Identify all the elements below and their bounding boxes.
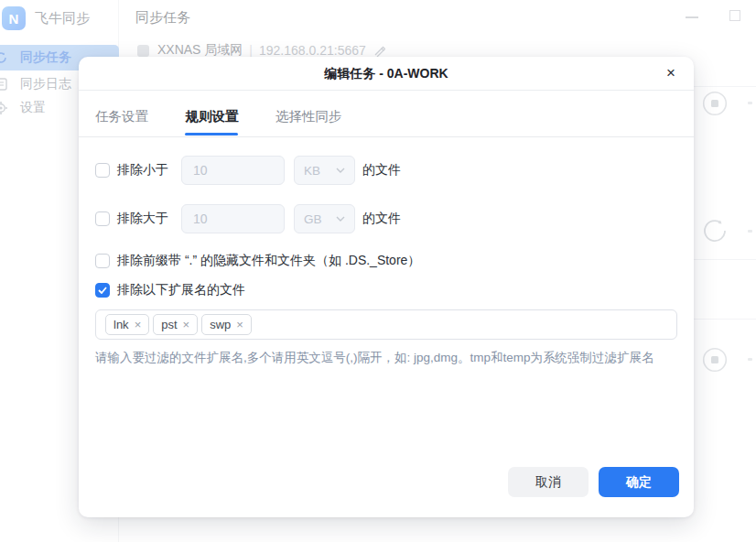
close-icon[interactable]: × [661,63,681,83]
extensions-checkbox[interactable] [95,283,110,298]
tag-label: pst [161,318,177,331]
size-max-checkbox[interactable] [95,211,110,226]
tag-pst: pst × [153,314,198,335]
chevron-down-icon [336,216,345,222]
extension-tags-input[interactable]: lnk × pst × swp × [95,309,677,340]
size-max-unit-select[interactable]: GB [294,204,355,233]
tab-label: 选择性同步 [275,109,342,124]
tag-remove-icon[interactable]: × [135,319,142,331]
rule-size-max-row: 排除大于 GB 的文件 [95,203,401,234]
rule-size-min-row: 排除小于 KB 的文件 [95,155,401,186]
tab-rule-settings[interactable]: 规则设置 [185,91,238,137]
rule-hidden-files-row: 排除前缀带 “.” 的隐藏文件和文件夹（如 .DS._Store） [95,252,420,270]
dialog-tabs: 任务设置 规则设置 选择性同步 [79,91,694,137]
rule-extensions-row: 排除以下扩展名的文件 [95,281,245,299]
hidden-files-label: 排除前缀带 “.” 的隐藏文件和文件夹（如 .DS._Store） [117,253,420,269]
tag-lnk: lnk × [105,314,149,335]
chevron-down-icon [336,168,345,173]
size-min-label: 排除小于 [117,162,168,179]
edit-task-dialog: 编辑任务 - 0A-WORK × 任务设置 规则设置 选择性同步 排除小于 KB [79,57,694,517]
tag-label: swp [210,318,231,331]
tab-selective-sync[interactable]: 选择性同步 [275,91,342,137]
extension-helper-text: 请输入要过滤的文件扩展名,多个请用英文逗号(,)隔开，如: jpg,dmg。tm… [95,348,681,368]
size-max-suffix: 的文件 [362,211,401,227]
size-max-input[interactable] [181,204,285,233]
cancel-button[interactable]: 取消 [508,467,589,497]
dialog-header: 编辑任务 - 0A-WORK × [79,57,694,91]
confirm-button[interactable]: 确定 [599,467,679,497]
tab-task-settings[interactable]: 任务设置 [95,91,148,137]
size-min-checkbox[interactable] [95,163,110,178]
size-max-label: 排除大于 [117,211,168,227]
tag-remove-icon[interactable]: × [236,319,243,331]
unit-value: KB [304,164,320,178]
unit-value: GB [304,212,322,226]
tag-swp: swp × [201,314,252,335]
tag-label: lnk [113,318,129,331]
size-min-unit-select[interactable]: KB [294,156,355,185]
tab-label: 任务设置 [95,109,148,124]
tag-remove-icon[interactable]: × [183,319,190,331]
tab-label: 规则设置 [185,109,238,124]
dialog-title: 编辑任务 - 0A-WORK [79,57,694,91]
active-tab-underline [185,133,238,136]
size-min-suffix: 的文件 [362,162,401,179]
hidden-files-checkbox[interactable] [95,254,110,268]
size-min-input[interactable] [181,156,285,185]
extensions-label: 排除以下扩展名的文件 [117,282,245,298]
app-window: N 飞牛同步 同步任务 同步日志 设置 [0,0,756,542]
